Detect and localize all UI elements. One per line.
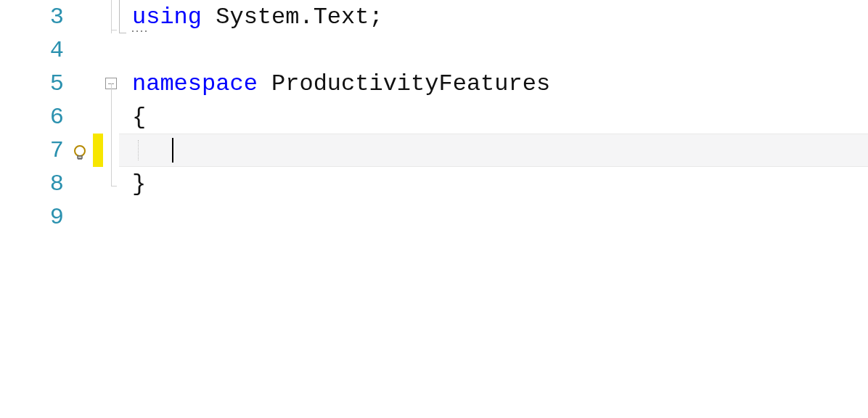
code-line[interactable]: { bbox=[119, 100, 868, 134]
code-line-active[interactable] bbox=[119, 134, 868, 167]
svg-point-0 bbox=[75, 146, 85, 156]
code-area[interactable]: using System.Text; namespace Productivit… bbox=[119, 0, 868, 418]
svg-rect-1 bbox=[78, 156, 82, 158]
line-number: 3 bbox=[50, 4, 87, 30]
squiggle-dots bbox=[132, 30, 147, 32]
code-line[interactable] bbox=[119, 33, 868, 67]
gutter-row[interactable]: 8 bbox=[0, 167, 93, 200]
line-number: 4 bbox=[50, 37, 87, 64]
line-number: 5 bbox=[50, 70, 87, 97]
line-number: 6 bbox=[50, 104, 87, 131]
token-type: System.Text bbox=[216, 4, 369, 30]
gutter-row[interactable]: 3 bbox=[0, 0, 93, 33]
token-keyword: namespace bbox=[132, 70, 258, 97]
code-line[interactable]: using System.Text; bbox=[119, 0, 868, 33]
token-brace: { bbox=[132, 104, 146, 131]
change-margin bbox=[93, 0, 103, 418]
gutter-row[interactable]: 4 bbox=[0, 33, 93, 67]
modified-line-marker bbox=[93, 134, 103, 167]
code-editor[interactable]: 3 4 5 6 7 8 9 bbox=[0, 0, 868, 418]
lightbulb-icon[interactable] bbox=[71, 142, 89, 159]
gutter-row[interactable]: 5 bbox=[0, 67, 93, 100]
code-line[interactable] bbox=[119, 200, 868, 234]
outlining-margin bbox=[103, 0, 119, 418]
gutter-row[interactable]: 6 bbox=[0, 100, 93, 134]
code-line[interactable]: } bbox=[119, 167, 868, 200]
region-bracket bbox=[119, 0, 128, 33]
token-brace: } bbox=[132, 171, 146, 197]
token-identifier: ProductivityFeatures bbox=[271, 70, 550, 97]
token-keyword: using bbox=[132, 4, 202, 30]
gutter-row[interactable]: 9 bbox=[0, 200, 93, 234]
line-number: 8 bbox=[50, 171, 87, 197]
line-number: 9 bbox=[50, 204, 87, 231]
code-line[interactable]: namespace ProductivityFeatures bbox=[119, 67, 868, 100]
text-caret bbox=[172, 138, 173, 163]
gutter-row[interactable]: 7 bbox=[0, 134, 93, 167]
line-number-gutter: 3 4 5 6 7 8 9 bbox=[0, 0, 93, 418]
